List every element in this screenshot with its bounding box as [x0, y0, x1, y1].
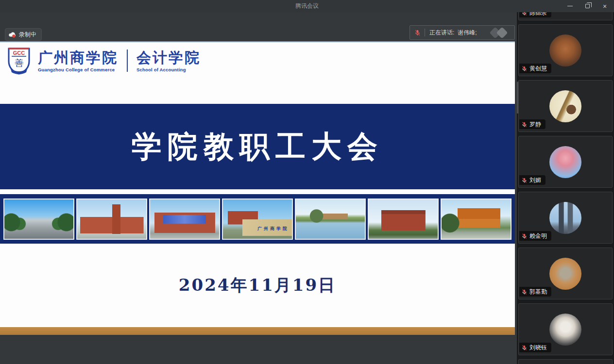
participant-name-badge: 刘媚	[519, 175, 546, 185]
participant-name: 刘晓钰	[529, 344, 547, 351]
speaking-label: 正在讲话:	[429, 29, 454, 37]
participant-tile[interactable]: 郭基勤	[518, 248, 613, 299]
tencent-meeting-window: 腾讯会议 × 录制中	[0, 0, 614, 364]
participant-tile[interactable]: 陈德余	[518, 12, 613, 20]
muted-mic-icon	[521, 345, 528, 351]
participant-name-badge: 罗静	[519, 119, 546, 129]
slide-bottom-bar	[0, 327, 515, 335]
campus-photo-lake	[295, 199, 366, 240]
recording-badge[interactable]: 录制中	[5, 28, 42, 41]
svg-text:GCC: GCC	[13, 50, 25, 56]
slide-date: 2024年11月19日	[0, 274, 515, 297]
college-name-cn: 广州商学院	[38, 50, 118, 66]
participant-name: 黄创慧	[529, 65, 547, 72]
presentation-slide: GCC 善 广州商学院 Guangzhou College of Commerc…	[0, 41, 515, 335]
participant-name-badge: 黄创慧	[519, 64, 551, 73]
campus-photo-orange	[441, 199, 512, 240]
school-name-en: School of Accounting	[136, 67, 201, 72]
participant-avatar	[549, 314, 581, 346]
muted-mic-icon	[521, 12, 528, 16]
participant-name: 陈德余	[529, 12, 547, 16]
campus-sign-text: 广州商学院	[257, 226, 289, 232]
logo-divider	[127, 50, 128, 72]
campus-photo-brick	[368, 199, 439, 240]
school-name-cn: 会计学院	[136, 50, 201, 66]
school-name-block: 会计学院 School of Accounting	[136, 50, 201, 72]
participant-avatar	[549, 90, 581, 122]
overlapping-avatars-decor	[488, 27, 511, 39]
close-button[interactable]: ×	[601, 3, 608, 10]
participant-name-badge: 陈德余	[519, 12, 551, 17]
minimize-icon	[567, 6, 573, 6]
participant-tile[interactable]: 赖金明	[518, 192, 613, 244]
muted-mic-icon	[414, 29, 421, 36]
muted-mic-icon	[521, 289, 528, 295]
participant-name-badge: 刘晓钰	[519, 343, 551, 352]
campus-photo-banner-building	[149, 199, 220, 240]
active-speaker-bar: 正在讲话: 谢伟峰;	[409, 25, 515, 40]
participant-name-badge: 赖金明	[519, 231, 551, 241]
recording-cloud-icon	[8, 31, 17, 38]
shared-screen-area: 录制中 正在讲话: 谢伟峰;	[0, 12, 517, 364]
muted-mic-icon	[521, 66, 528, 72]
participant-tile[interactable]: 罗静	[518, 80, 613, 132]
minimize-button[interactable]	[566, 3, 573, 10]
window-title: 腾讯会议	[0, 2, 614, 10]
slide-title-banner: 学院教职工大会	[0, 104, 515, 189]
participant-avatar	[549, 258, 581, 290]
recording-label: 录制中	[19, 31, 36, 39]
campus-photo-sign: 广州商学院	[222, 199, 293, 240]
svg-text:善: 善	[15, 58, 23, 68]
participant-name: 刘媚	[529, 177, 541, 183]
muted-mic-icon	[521, 177, 528, 183]
participant-tile[interactable]: 刘晓钰	[518, 303, 613, 355]
speaker-name: 谢伟峰;	[458, 29, 477, 37]
slide-title: 学院教职工大会	[132, 126, 383, 167]
restore-icon	[585, 4, 590, 8]
muted-mic-icon	[521, 121, 528, 128]
campus-photo-strip: 广州商学院	[0, 194, 515, 244]
participants-sidebar: 陈德余 黄创慧 罗静	[517, 12, 614, 364]
college-name-block: 广州商学院 Guangzhou College of Commerce	[38, 50, 118, 72]
participant-name: 罗静	[529, 121, 541, 128]
speaker-bar-divider	[425, 29, 425, 36]
muted-mic-icon	[521, 233, 528, 239]
close-icon: ×	[603, 3, 607, 10]
window-titlebar: 腾讯会议 ×	[0, 0, 614, 12]
diamond-shape-icon	[496, 27, 508, 38]
participant-avatar	[549, 34, 581, 66]
campus-photo-red-tower	[76, 199, 147, 240]
participant-tile[interactable]: 黄创慧	[518, 24, 613, 76]
participant-name: 郭基勤	[529, 288, 547, 295]
participant-avatar	[549, 202, 581, 234]
participant-name: 赖金明	[529, 232, 547, 239]
college-logo-row: GCC 善 广州商学院 Guangzhou College of Commerc…	[7, 46, 201, 75]
restore-button[interactable]	[584, 3, 591, 10]
participant-avatar	[549, 146, 581, 178]
window-controls: ×	[566, 0, 611, 12]
participant-tile[interactable]: 刘媚	[518, 136, 613, 188]
participant-name-badge: 郭基勤	[519, 287, 551, 297]
college-name-en: Guangzhou College of Commerce	[38, 67, 118, 72]
campus-photo-gate	[3, 199, 74, 240]
participant-tile[interactable]	[518, 359, 613, 364]
gcc-shield-logo-icon: GCC 善	[7, 47, 31, 75]
